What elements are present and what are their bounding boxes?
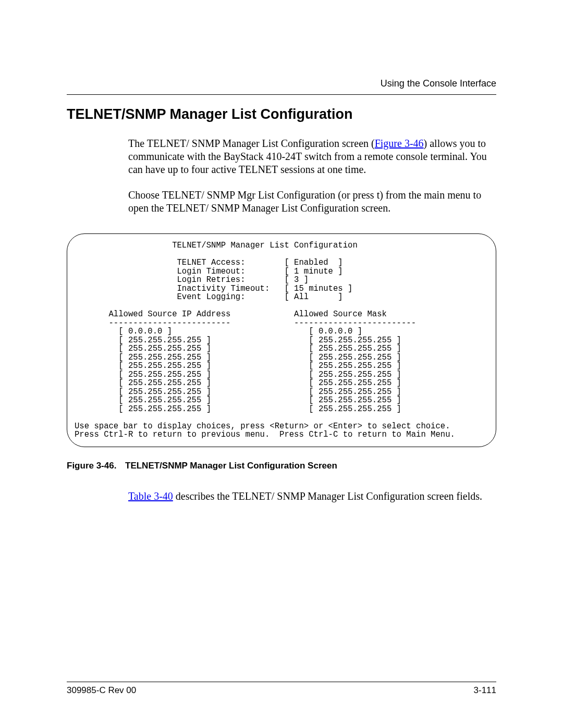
running-head: Using the Console Interface <box>67 78 496 89</box>
table-link[interactable]: Table 3-40 <box>128 490 173 502</box>
footer-doc-id: 309985-C Rev 00 <box>67 685 136 696</box>
figure-label: Figure 3-46. <box>67 461 125 471</box>
para3-post: describes the TELNET/ SNMP Manager List … <box>173 490 482 502</box>
figure-link[interactable]: Figure 3-46 <box>375 138 424 149</box>
section-title: TELNET/SNMP Manager List Configuration <box>67 106 496 122</box>
para1-pre: The TELNET/ SNMP Manager List Configurat… <box>128 138 375 149</box>
page: Using the Console Interface TELNET/SNMP … <box>0 0 563 728</box>
intro-block: The TELNET/ SNMP Manager List Configurat… <box>128 137 496 215</box>
bottom-rule <box>67 682 496 682</box>
footer-row: 309985-C Rev 00 3-111 <box>67 685 496 696</box>
figure-caption: Figure 3-46.TELNET/SNMP Manager List Con… <box>67 461 496 471</box>
terminal-screen: TELNET/SNMP Manager List Configuration T… <box>75 241 486 439</box>
footer: 309985-C Rev 00 3-111 <box>67 682 496 696</box>
figure-caption-text: TELNET/SNMP Manager List Configuration S… <box>125 461 337 471</box>
paragraph-3: Table 3-40 describes the TELNET/ SNMP Ma… <box>128 490 496 503</box>
terminal-frame: TELNET/SNMP Manager List Configuration T… <box>67 233 496 447</box>
paragraph-1: The TELNET/ SNMP Manager List Configurat… <box>128 137 496 176</box>
footer-page-number: 3-111 <box>474 685 496 696</box>
paragraph-2: Choose TELNET/ SNMP Mgr List Configurati… <box>128 189 496 215</box>
post-figure-block: Table 3-40 describes the TELNET/ SNMP Ma… <box>128 490 496 503</box>
top-rule <box>67 94 496 95</box>
